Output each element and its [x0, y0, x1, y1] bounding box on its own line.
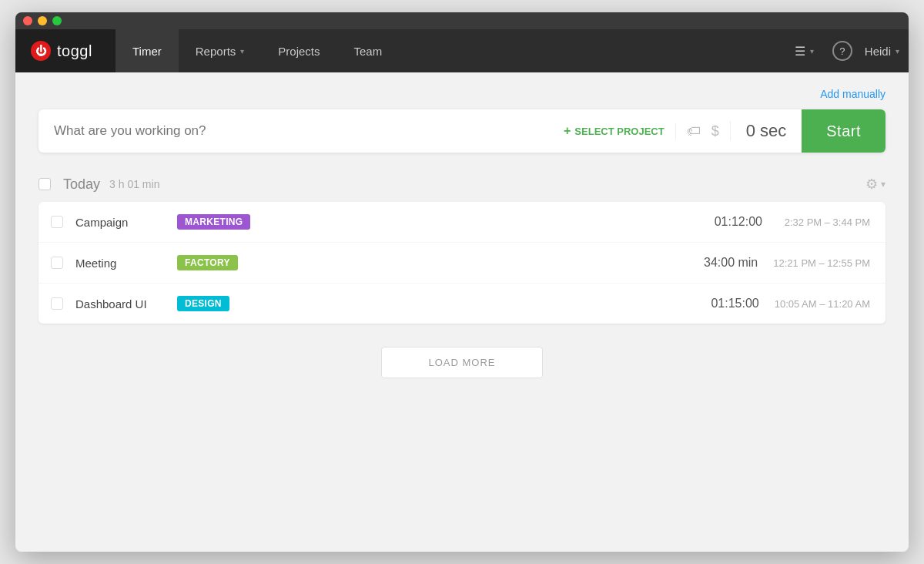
- close-button[interactable]: [23, 16, 32, 25]
- user-menu[interactable]: Heidi ▾: [865, 45, 899, 58]
- select-project-button[interactable]: + SELECT PROJECT: [553, 124, 675, 138]
- entry-duration-1: 01:12:00: [701, 215, 778, 229]
- entry-checkbox-2[interactable]: [51, 257, 63, 269]
- timer-bar: + SELECT PROJECT 🏷 $ 0 sec Start: [38, 109, 886, 153]
- table-row: Dashboard UI DESIGN 01:15:00 10:05 AM – …: [38, 284, 886, 324]
- today-section-header: Today 3 h 01 min ⚙ ▾: [38, 176, 886, 202]
- entry-checkbox-3[interactable]: [51, 297, 63, 310]
- entry-name-3: Dashboard UI: [75, 297, 168, 311]
- table-row: Campaign MARKETING 01:12:00 2:32 PM – 3:…: [38, 202, 886, 243]
- add-manually-row: Add manually: [38, 85, 886, 103]
- user-name: Heidi: [865, 45, 891, 58]
- nav-item-team[interactable]: Team: [337, 29, 400, 72]
- today-total: 3 h 01 min: [109, 178, 159, 190]
- nav-items: Timer Reports ▾ Projects Team ☰ ▾: [116, 29, 823, 72]
- today-checkbox[interactable]: [38, 178, 51, 190]
- minimize-button[interactable]: [38, 16, 47, 25]
- entry-time-range-3: 10:05 AM – 11:20 AM: [775, 298, 886, 310]
- main-content: Add manually + SELECT PROJECT 🏷 $ 0 sec …: [15, 72, 909, 552]
- entry-name-1: Campaign: [75, 216, 168, 229]
- add-manually-button[interactable]: Add manually: [820, 85, 886, 103]
- load-more-button[interactable]: LOAD MORE: [381, 347, 542, 378]
- app-window: ⏻ toggl Timer Reports ▾ Projects Team ☰ …: [15, 12, 909, 552]
- entry-tag-1[interactable]: MARKETING: [177, 214, 250, 230]
- timer-duration: 0 sec: [730, 121, 802, 141]
- select-project-label: SELECT PROJECT: [574, 126, 664, 137]
- load-more-container: LOAD MORE: [38, 347, 886, 378]
- nav-right: ? Heidi ▾: [823, 41, 909, 61]
- logo-icon: ⏻: [31, 41, 51, 61]
- entry-time-range-2: 12:21 PM – 12:55 PM: [773, 257, 886, 269]
- reports-chevron-icon: ▾: [240, 47, 244, 55]
- nav-item-reports[interactable]: Reports ▾: [179, 29, 262, 72]
- table-row: Meeting FACTORY 34:00 min 12:21 PM – 12:…: [38, 243, 886, 284]
- nav-logo[interactable]: ⏻ toggl: [15, 29, 116, 72]
- entry-duration-3: 01:15:00: [698, 297, 775, 311]
- section-chevron-icon[interactable]: ▾: [881, 179, 886, 190]
- entry-time-range-1: 2:32 PM – 3:44 PM: [778, 217, 886, 228]
- titlebar: [15, 12, 909, 29]
- entry-duration-2: 34:00 min: [696, 256, 773, 270]
- user-chevron-icon: ▾: [896, 47, 899, 55]
- menu-chevron-icon: ▾: [810, 47, 814, 55]
- entry-tag-3[interactable]: DESIGN: [177, 296, 229, 311]
- plus-icon: +: [564, 124, 571, 138]
- nav-item-projects[interactable]: Projects: [261, 29, 336, 72]
- nav-menu-button[interactable]: ☰ ▾: [785, 44, 823, 59]
- maximize-button[interactable]: [52, 16, 62, 25]
- section-actions: ⚙ ▾: [865, 176, 886, 193]
- timer-description-input[interactable]: [38, 123, 553, 139]
- time-entries-list: Campaign MARKETING 01:12:00 2:32 PM – 3:…: [38, 202, 886, 324]
- entry-checkbox-1[interactable]: [51, 216, 63, 228]
- timer-icons: 🏷 $: [675, 123, 730, 139]
- gear-icon[interactable]: ⚙: [865, 176, 878, 193]
- logo-text: toggl: [57, 42, 92, 60]
- entry-tag-2[interactable]: FACTORY: [177, 255, 238, 270]
- tags-icon[interactable]: 🏷: [687, 123, 701, 139]
- entry-name-2: Meeting: [75, 257, 168, 270]
- nav-item-timer[interactable]: Timer: [116, 29, 179, 72]
- navbar: ⏻ toggl Timer Reports ▾ Projects Team ☰ …: [15, 29, 909, 72]
- help-icon: ?: [839, 45, 845, 57]
- billable-icon[interactable]: $: [711, 123, 719, 139]
- start-button[interactable]: Start: [802, 109, 886, 153]
- hamburger-icon: ☰: [795, 44, 805, 59]
- today-title: Today: [63, 176, 100, 193]
- help-button[interactable]: ?: [832, 41, 852, 61]
